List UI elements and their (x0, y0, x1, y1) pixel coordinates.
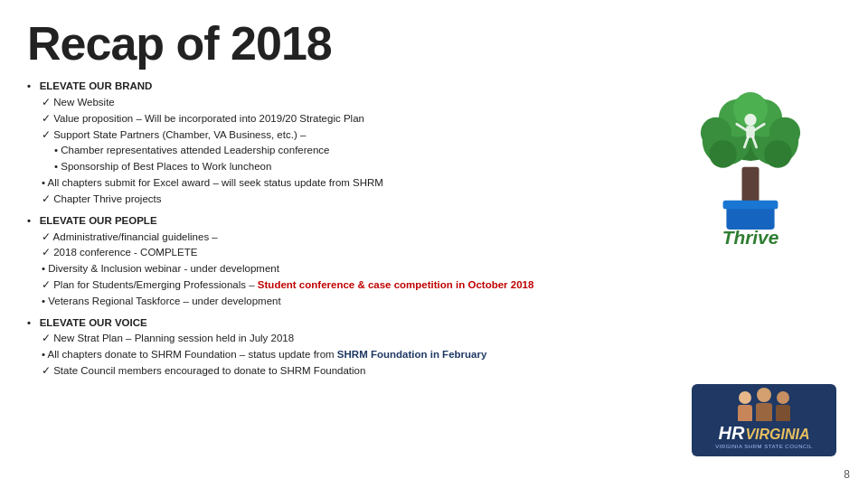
item-chapter-thrive: Chapter Thrive projects (27, 192, 642, 208)
item-2018-conf: 2018 conference - COMPLETE (27, 245, 642, 261)
content-area: ELEVATE OUR BRAND New Website Value prop… (27, 79, 642, 380)
svg-rect-14 (746, 126, 755, 137)
svg-point-9 (764, 140, 791, 167)
item-state-council: State Council members encouraged to dona… (27, 363, 642, 380)
section-people-header: ELEVATE OUR PEOPLE (27, 213, 642, 230)
slide: Recap of 2018 ELEVATE OUR BRAND New Webs… (0, 0, 868, 488)
svg-point-8 (709, 140, 736, 167)
svg-text:Thrive: Thrive (722, 227, 779, 248)
item-new-website: New Website (27, 95, 642, 111)
thrive-logo: Thrive (660, 72, 841, 253)
svg-rect-12 (723, 201, 778, 210)
slide-title: Recap of 2018 (27, 18, 841, 70)
item-strat-plan: New Strat Plan – Planning session held i… (27, 331, 642, 347)
svg-point-13 (744, 114, 756, 126)
item-all-chapters-excel: All chapters submit for Excel award – wi… (27, 175, 642, 192)
hr-virginia-logo: HR VIRGINIA VIRGINIA SHRM STATE COUNCIL (687, 380, 841, 461)
item-veterans: Veterans Regional Taskforce – under deve… (27, 294, 642, 310)
item-students: Plan for Students/Emerging Professionals… (27, 277, 642, 294)
section-brand-header: ELEVATE OUR BRAND (27, 79, 642, 95)
svg-rect-10 (742, 167, 760, 206)
section-voice-header: ELEVATE OUR VOICE (27, 315, 642, 332)
item-support-state: Support State Partners (Chamber, VA Busi… (27, 127, 642, 144)
section-elevate-brand: ELEVATE OUR BRAND New Website Value prop… (27, 79, 642, 208)
item-value-prop: Value proposition – Will be incorporated… (27, 111, 642, 127)
page-number: 8 (844, 468, 850, 481)
item-admin-financial: Administrative/financial guidelines – (27, 230, 642, 246)
item-chapters-shrm: All chapters donate to SHRM Foundation –… (27, 347, 642, 363)
section-elevate-people: ELEVATE OUR PEOPLE Administrative/financ… (27, 213, 642, 310)
section-elevate-voice: ELEVATE OUR VOICE New Strat Plan – Plann… (27, 315, 642, 380)
item-chamber-reps: Chamber representatives attended Leaders… (27, 143, 642, 159)
item-sponsorship: Sponsorship of Best Places to Work lunch… (27, 159, 642, 175)
item-diversity: Diversity & Inclusion webinar - under de… (27, 261, 642, 277)
